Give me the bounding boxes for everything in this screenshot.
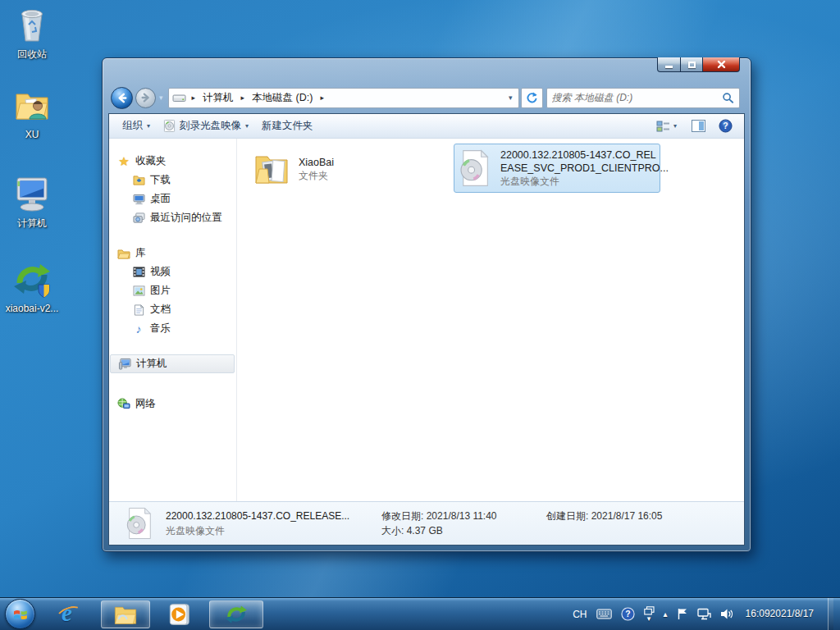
file-name-line1: 22000.132.210805-1437.CO_REL [500, 148, 669, 162]
language-help-icon[interactable]: ? [621, 607, 635, 621]
modified-value: 2021/8/13 11:40 [427, 510, 497, 522]
sidebar-item-documents[interactable]: 文档 [109, 300, 236, 319]
disc-image-file-icon [124, 507, 155, 540]
sidebar-label: 收藏夹 [135, 154, 167, 168]
computer-icon [12, 174, 52, 213]
svg-text:?: ? [625, 609, 630, 619]
keyboard-icon[interactable] [596, 609, 612, 619]
created-label: 创建日期: [546, 510, 588, 522]
desktop-icon-xu[interactable]: XU [2, 85, 62, 141]
show-desktop-button[interactable] [828, 598, 833, 630]
taskbar-ie-button[interactable]: e [51, 600, 89, 628]
breadcrumb-separator: ▸ [314, 94, 330, 102]
sidebar-item-network[interactable]: 网络 [109, 395, 236, 413]
volume-icon[interactable] [720, 608, 733, 620]
back-arrow-icon [116, 92, 128, 104]
desktop-icon-label: 回收站 [17, 48, 47, 60]
start-button[interactable] [5, 599, 35, 629]
desktop-icon-computer[interactable]: 计算机 [2, 174, 62, 230]
sidebar-group-favorites[interactable]: ★ 收藏夹 [109, 152, 236, 171]
sidebar-item-music[interactable]: ♪ 音乐 [109, 319, 236, 338]
file-tile-iso-selected[interactable]: 22000.132.210805-1437.CO_REL EASE_SVC_PR… [454, 144, 660, 193]
details-modified-column: 修改日期: 2021/8/13 11:40 大小: 4.37 GB [381, 510, 536, 537]
breadcrumb-separator: ▸ [235, 94, 251, 102]
views-icon [656, 120, 670, 133]
sidebar-group-libraries[interactable]: 库 [109, 244, 236, 262]
file-tile-xiaobai-folder[interactable]: XiaoBai 文件夹 [249, 145, 444, 193]
search-icon[interactable] [722, 92, 734, 104]
breadcrumb-computer[interactable]: 计算机 [201, 90, 235, 106]
file-tile-text: 22000.132.210805-1437.CO_REL EASE_SVC_PR… [500, 148, 669, 188]
change-view-button[interactable]: ▾ [653, 117, 680, 135]
navigation-bar: ▾ ▸ 计算机 ▸ 本地磁盘 (D:) ▸ ▾ [103, 82, 751, 113]
details-name-column: 22000.132.210805-1437.CO_RELEASE... 光盘映像… [166, 510, 371, 537]
file-name-line2: EASE_SVC_PROD1_CLIENTPRO... [500, 162, 669, 175]
preview-pane-button[interactable] [690, 117, 707, 135]
folder-icon [252, 149, 291, 189]
tray-clock[interactable]: 16:09 2021/8/17 [742, 608, 814, 620]
maximize-button[interactable] [681, 57, 703, 72]
sidebar-item-desktop[interactable]: 桌面 [109, 189, 236, 208]
sidebar-label: 计算机 [136, 357, 167, 371]
explorer-content: ★ 收藏夹 下载 [109, 139, 744, 501]
network-tray-icon[interactable] [697, 608, 711, 620]
language-bar-options[interactable]: ▾ [644, 606, 655, 622]
breadcrumb-local-disk-d[interactable]: 本地磁盘 (D:) [250, 90, 314, 106]
desktop-icon-xiaobai[interactable]: xiaobai-v2... [2, 259, 62, 315]
taskbar-explorer-button[interactable] [101, 600, 150, 628]
address-dropdown-icon[interactable]: ▾ [509, 94, 515, 102]
size-value: 4.37 GB [407, 525, 443, 536]
media-player-icon [167, 602, 192, 627]
xiaobai-app-icon [225, 603, 248, 626]
created-value: 2021/8/17 16:05 [591, 510, 663, 522]
taskbar-xiaobai-button[interactable] [209, 600, 263, 628]
command-bar: 组织 ▾ 刻录光盘映像 ▾ 新建 [109, 114, 744, 139]
recent-places-icon [132, 212, 145, 225]
minimize-button[interactable] [657, 57, 681, 72]
disc-icon [163, 120, 176, 132]
sidebar-label: 桌面 [150, 192, 171, 206]
network-icon [117, 398, 130, 411]
drive-icon [172, 91, 186, 105]
taskbar-wmp-button[interactable] [161, 600, 199, 628]
close-button[interactable] [703, 57, 740, 72]
sidebar-item-videos[interactable]: 视频 [109, 262, 236, 281]
help-button[interactable]: ? [717, 116, 734, 135]
pictures-icon [132, 285, 145, 298]
show-hidden-icons-button[interactable]: ▴ [664, 609, 668, 619]
address-bar[interactable]: ▸ 计算机 ▸ 本地磁盘 (D:) ▸ ▾ [168, 88, 519, 108]
music-note-icon: ♪ [132, 322, 145, 336]
action-center-flag-icon[interactable] [677, 608, 688, 620]
refresh-button[interactable] [521, 88, 543, 108]
navigation-pane: ★ 收藏夹 下载 [109, 139, 237, 501]
back-button[interactable] [111, 87, 133, 109]
refresh-icon [526, 92, 538, 104]
modified-label: 修改日期: [381, 510, 423, 522]
burn-disc-image-button[interactable]: 刻录光盘映像 ▾ [157, 116, 255, 135]
desktop-icon-recycle-bin[interactable]: 回收站 [2, 5, 62, 61]
new-folder-button[interactable]: 新建文件夹 [255, 116, 320, 135]
computer-small-icon [118, 358, 131, 371]
sidebar-item-pictures[interactable]: 图片 [109, 281, 236, 300]
videos-icon [132, 266, 145, 279]
recent-pages-dropdown[interactable]: ▾ [159, 94, 163, 102]
burn-label: 刻录光盘映像 [180, 119, 241, 133]
search-input[interactable] [552, 92, 722, 103]
organize-button[interactable]: 组织 ▾ [116, 116, 157, 135]
caption-buttons [657, 57, 740, 72]
language-indicator[interactable]: CH [573, 609, 587, 620]
xiaobai-app-icon [12, 259, 52, 299]
explorer-folder-icon [112, 601, 139, 628]
details-created-column: 创建日期: 2021/8/17 16:05 [546, 510, 662, 537]
forward-button[interactable] [135, 88, 156, 108]
organize-label: 组织 [122, 119, 143, 133]
help-icon: ? [719, 119, 733, 133]
sidebar-item-recent-places[interactable]: 最近访问的位置 [109, 208, 236, 227]
libraries-icon [117, 247, 130, 260]
sidebar-item-downloads[interactable]: 下载 [109, 171, 236, 189]
close-icon [717, 60, 726, 69]
desktop-icon-label: 计算机 [17, 217, 47, 229]
window-body: 组织 ▾ 刻录光盘映像 ▾ 新建 [108, 113, 745, 546]
windows-logo-icon [12, 608, 29, 621]
sidebar-item-computer[interactable]: 计算机 [110, 354, 235, 373]
